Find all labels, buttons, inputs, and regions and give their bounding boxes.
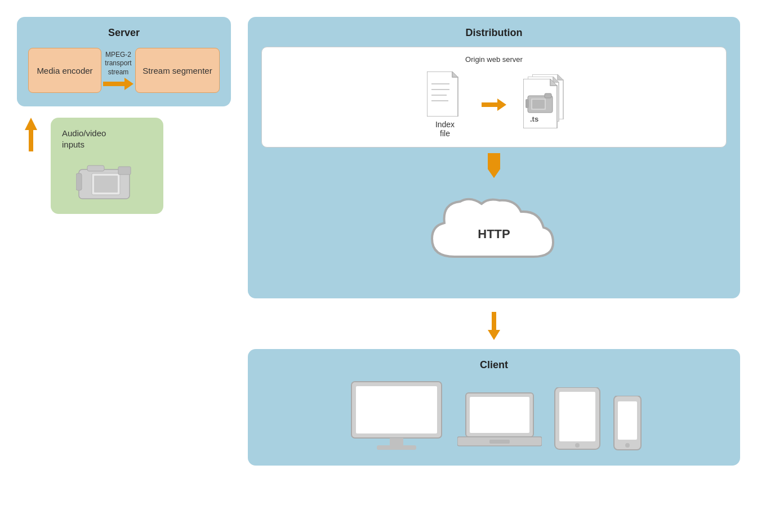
mpeg-arrow-area: MPEG-2transportstream [101, 51, 135, 91]
svg-marker-0 [103, 78, 133, 90]
svg-rect-7 [118, 167, 131, 175]
phone-icon [613, 396, 642, 452]
svg-rect-24 [526, 99, 529, 108]
av-title: Audio/videoinputs [62, 128, 106, 150]
cloud-section: HTTP [261, 184, 727, 285]
media-encoder-box: Media encoder [28, 48, 101, 93]
origin-inner: Indexfile [271, 71, 717, 138]
media-encoder-label: Media encoder [37, 66, 92, 75]
svg-rect-37 [489, 440, 510, 444]
ts-file-front: .ts [523, 79, 563, 131]
index-file-label: Indexfile [435, 120, 455, 138]
svg-rect-42 [618, 401, 637, 440]
svg-rect-5 [76, 173, 82, 190]
server-box: Server Media encoder MPEG-2transportstre… [17, 17, 231, 106]
distribution-title: Distribution [261, 27, 727, 39]
camera-icon [76, 161, 138, 200]
origin-to-cloud-arrow [261, 153, 727, 178]
dist-to-client-arrow [248, 312, 740, 340]
origin-label: Origin web server [271, 55, 717, 64]
svg-text:.ts: .ts [530, 115, 538, 123]
svg-marker-20 [550, 79, 557, 86]
arrow-right-icon [103, 78, 133, 90]
camera-icon-wrap [62, 161, 152, 200]
server-title: Server [28, 27, 220, 39]
svg-marker-29 [488, 312, 500, 340]
index-file-svg [427, 71, 464, 117]
svg-marker-9 [452, 71, 458, 77]
stream-segmenter-label: Stream segmenter [143, 66, 212, 75]
down-arrow-icon [488, 153, 500, 178]
mpeg-label: MPEG-2transportstream [105, 51, 131, 77]
svg-marker-14 [482, 99, 506, 111]
svg-rect-39 [559, 392, 595, 441]
svg-marker-1 [25, 118, 37, 151]
up-arrow-icon [25, 118, 37, 151]
svg-rect-25 [545, 93, 551, 98]
stream-segmenter-box: Stream segmenter [135, 48, 220, 93]
av-section: Audio/videoinputs [17, 118, 231, 214]
right-column: Distribution Origin web server [248, 17, 740, 466]
av-box: Audio/videoinputs [51, 118, 163, 214]
dist-client-arrow-icon [488, 312, 500, 340]
cloud-label: HTTP [478, 227, 510, 242]
svg-point-40 [575, 443, 580, 448]
svg-marker-8 [427, 71, 458, 117]
svg-rect-35 [470, 397, 529, 433]
origin-server-box: Origin web server [261, 47, 727, 147]
svg-rect-32 [390, 438, 403, 446]
svg-rect-6 [87, 166, 104, 171]
index-to-ts-arrow-icon [482, 99, 506, 111]
client-inner [261, 379, 727, 452]
desktop-monitor-icon [346, 379, 447, 452]
cloud-wrap: HTTP [421, 195, 567, 274]
ts-files-stack: .ts [523, 79, 563, 131]
index-file-icon: Indexfile [425, 71, 465, 138]
client-title: Client [261, 359, 727, 371]
svg-point-43 [625, 443, 630, 448]
tablet-icon [552, 387, 603, 452]
laptop-icon [457, 390, 542, 452]
client-box: Client [248, 349, 740, 466]
server-inner: Media encoder MPEG-2transportstream Stre… [28, 48, 220, 93]
svg-rect-33 [377, 445, 416, 450]
left-column: Server Media encoder MPEG-2transportstre… [17, 17, 231, 214]
svg-rect-23 [532, 100, 545, 109]
diagram-container: Server Media encoder MPEG-2transportstre… [0, 0, 757, 532]
ts-file-front-svg: .ts [523, 79, 563, 128]
distribution-box: Distribution Origin web server [248, 17, 740, 298]
svg-rect-4 [94, 176, 118, 193]
up-arrow-col [17, 118, 45, 151]
svg-rect-31 [356, 386, 437, 433]
